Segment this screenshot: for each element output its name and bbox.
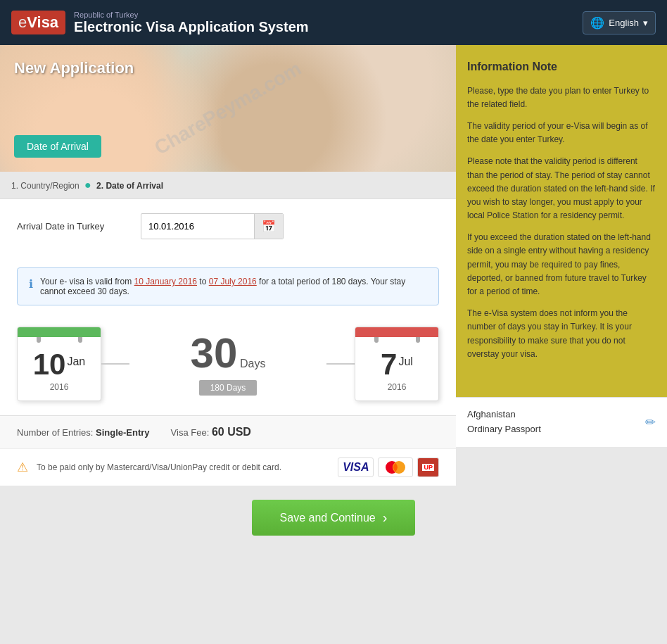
date-from-link[interactable]: 10 January 2016 xyxy=(134,277,197,286)
info-note-p2: The validity period of your e-Visa will … xyxy=(467,120,656,146)
end-year: 2016 xyxy=(361,382,433,392)
entries-fee-section: Number of Entries: Single-Entry Visa Fee… xyxy=(0,415,456,448)
left-content: New Application Date of Arrival CharePey… xyxy=(0,45,456,486)
form-section: Arrival Date in Turkey 📅 xyxy=(0,199,456,267)
start-calendar: 10Jan 2016 xyxy=(17,327,101,401)
end-month: Jul xyxy=(398,355,412,368)
fee-item: Visa Fee: 60 USD xyxy=(171,426,251,438)
logo-e: e xyxy=(18,13,27,31)
info-note-p4: If you exceed the duration stated on the… xyxy=(467,231,656,298)
days-center: 30 Days 180 Days xyxy=(129,332,326,396)
hero-banner: New Application Date of Arrival CharePey… xyxy=(0,45,456,172)
entries-label: Number of Entries: xyxy=(17,427,93,438)
hero-text: New Application xyxy=(14,59,134,77)
validity-info-box: ℹ Your e- visa is valid from 10 January … xyxy=(17,267,439,305)
step2-label: 2. Date of Arrival xyxy=(96,181,163,191)
days-count: 30 xyxy=(191,329,238,377)
entries-item: Number of Entries: Single-Entry xyxy=(17,427,150,438)
warning-icon: ⚠ xyxy=(17,460,28,475)
info-text-mid: to xyxy=(197,277,209,286)
arrival-date-label: Arrival Date in Turkey xyxy=(17,221,129,232)
calendar-button[interactable]: 📅 xyxy=(254,214,283,239)
end-cal-header xyxy=(355,327,438,337)
info-text-start: Your e- visa is valid from xyxy=(40,277,134,286)
country-box: Afghanistan Ordinary Passport ✏ xyxy=(456,397,667,447)
edit-icon[interactable]: ✏ xyxy=(645,415,656,430)
info-note-p1: Please, type the date you plan to enter … xyxy=(467,84,656,111)
visa-logo: VISA xyxy=(338,457,374,477)
save-section: Save and Continue › xyxy=(0,486,667,550)
end-cal-body: 7Jul 2016 xyxy=(355,343,438,400)
days-label: Days xyxy=(240,358,265,370)
info-note-p3: Please note that the validity period is … xyxy=(467,155,656,222)
logo: eVisa xyxy=(11,11,65,34)
mastercard-icon xyxy=(383,460,408,475)
payment-row: ⚠ To be paid only by Mastercard/Visa/Uni… xyxy=(0,448,456,486)
hero-overlay: New Application Date of Arrival xyxy=(0,45,456,172)
start-cal-header xyxy=(18,327,101,337)
header-subtitle: Republic of Turkey xyxy=(74,11,308,19)
total-days-badge: 180 Days xyxy=(199,380,258,396)
start-month: Jan xyxy=(67,355,85,368)
breadcrumb-bullet: ● xyxy=(84,179,91,191)
end-calendar: 7Jul 2016 xyxy=(355,327,439,401)
arrival-date-input[interactable] xyxy=(141,215,254,237)
chevron-down-icon: ▾ xyxy=(643,18,648,28)
entries-fee-row: Number of Entries: Single-Entry Visa Fee… xyxy=(17,426,439,438)
payment-text: To be paid only by Mastercard/Visa/Union… xyxy=(37,462,329,472)
header: eVisa Republic of Turkey Electronic Visa… xyxy=(0,0,667,45)
info-note-title: Information Note xyxy=(467,58,656,76)
line-connector-left xyxy=(101,363,129,365)
fee-label: Visa Fee: xyxy=(171,427,210,438)
fee-value: 60 USD xyxy=(212,426,251,438)
step1-label: 1. Country/Region xyxy=(11,181,80,191)
info-note-p5: The e-Visa system does not inform you th… xyxy=(467,307,656,361)
entries-value: Single-Entry xyxy=(96,427,150,438)
hero-heading: New Application xyxy=(14,59,134,77)
date-input-wrap[interactable]: 📅 xyxy=(141,213,284,239)
calendar-strip: 10Jan 2016 30 Days 180 Days xyxy=(0,320,456,415)
start-cal-body: 10Jan 2016 xyxy=(18,343,101,400)
date-to-link[interactable]: 07 July 2016 xyxy=(209,277,257,286)
save-button-label: Save and Continue xyxy=(280,512,376,524)
header-title: Republic of Turkey Electronic Visa Appli… xyxy=(74,11,308,35)
arrow-icon: › xyxy=(383,510,388,526)
country-info: Afghanistan Ordinary Passport xyxy=(467,408,541,437)
unionpay-logo: UP xyxy=(417,457,439,477)
globe-icon: 🌐 xyxy=(590,16,604,30)
line-connector-right xyxy=(326,363,355,365)
header-left: eVisa Republic of Turkey Electronic Visa… xyxy=(11,11,309,35)
right-panel: Information Note Please, type the date y… xyxy=(456,45,667,447)
validity-info-text: Your e- visa is valid from 10 January 20… xyxy=(40,277,427,296)
country-name: Afghanistan xyxy=(467,408,541,422)
start-day: 10 xyxy=(33,350,66,379)
main-layout: New Application Date of Arrival CharePey… xyxy=(0,45,667,486)
start-year: 2016 xyxy=(23,382,95,392)
date-form-row: Arrival Date in Turkey 📅 xyxy=(17,213,439,239)
language-label: English xyxy=(609,18,639,28)
hero-tab: Date of Arrival xyxy=(14,135,101,158)
card-logos: VISA UP xyxy=(338,457,439,477)
breadcrumb: 1. Country/Region ● 2. Date of Arrival xyxy=(0,172,456,199)
end-day: 7 xyxy=(381,350,397,379)
information-note: Information Note Please, type the date y… xyxy=(456,45,667,397)
header-main-title: Electronic Visa Application System xyxy=(74,19,308,35)
logo-visa: Visa xyxy=(27,13,58,31)
mastercard-logo xyxy=(378,457,413,477)
save-continue-button[interactable]: Save and Continue › xyxy=(252,500,416,536)
language-selector[interactable]: 🌐 English ▾ xyxy=(583,11,656,34)
info-circle-icon: ℹ xyxy=(29,277,33,291)
passport-type: Ordinary Passport xyxy=(467,422,541,437)
